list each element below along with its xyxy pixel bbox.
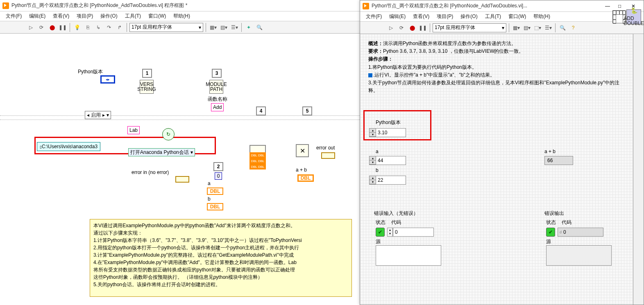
menu-view[interactable]: 查看(V) xyxy=(50,11,73,21)
enable-selector[interactable]: ◂启用▸▾ xyxy=(85,111,111,119)
python-version-label: Python版本 xyxy=(78,68,103,75)
error-out-cluster: 状态代码 ✔ d0 源 xyxy=(546,219,612,266)
fp-scrollbar[interactable] xyxy=(633,34,644,305)
dbl-grid2: DBL DBL xyxy=(249,158,266,164)
fp-toolbar: ▷ ⟳ ⬤ ❚❚ 17pt 应用程序字体▾ ▦▾ ▤▾ ⬚▾ ☰▾ 🔍 ? xyxy=(360,22,644,34)
error-out-terminal[interactable] xyxy=(321,152,335,159)
err-in-led[interactable]: ✔ xyxy=(376,228,385,237)
reorder-button[interactable]: ☰▾ xyxy=(230,23,239,32)
run-button[interactable]: ▷ xyxy=(26,23,35,32)
b-terminal[interactable]: DBL xyxy=(207,203,223,210)
fp-search-button[interactable]: 🔍 xyxy=(558,23,567,32)
app-icon xyxy=(2,2,9,9)
error-in-terminal[interactable] xyxy=(175,176,189,183)
fp-help-button[interactable]: ? xyxy=(569,23,578,32)
seq-2: 2 xyxy=(213,162,223,171)
fp-menubar: 文件(F) 编辑(E) 查看(V) 项目(P) 操作(O) 工具(T) 窗口(W… xyxy=(360,12,644,22)
search-button[interactable]: 🔍 xyxy=(255,23,264,32)
error-in-label: error in (no error) xyxy=(132,169,169,175)
err-out-label: 错误输出 xyxy=(544,210,564,217)
retain-button[interactable]: ⎘ xyxy=(83,23,92,32)
fp-align-button[interactable]: ▦▾ xyxy=(512,23,521,32)
menu-help[interactable]: 帮助(H) xyxy=(170,11,193,21)
pause-button[interactable]: ❚❚ xyxy=(58,23,67,32)
fp-menu-view[interactable]: 查看(V) xyxy=(410,12,433,21)
a-label: a xyxy=(208,181,211,186)
err-in-code[interactable]: 0 xyxy=(393,228,434,237)
vers-string-node[interactable]: VERS STRING xyxy=(140,80,154,94)
err-out-code: d0 xyxy=(558,228,603,237)
step-out-button[interactable]: ↱ xyxy=(115,23,124,32)
fp-font-selector[interactable]: 17pt 应用程序字体▾ xyxy=(433,23,506,32)
menu-tools[interactable]: 工具(T) xyxy=(122,11,144,21)
highlight-button[interactable]: 💡 xyxy=(73,23,82,32)
error-in-cluster[interactable]: 状态代码 ✔ ▴▾0 源 xyxy=(376,219,441,266)
menu-project[interactable]: 项目(P) xyxy=(73,11,96,21)
ab-label: a + b xyxy=(296,167,307,173)
python-version-terminal[interactable]: ◂▸ xyxy=(100,75,115,84)
fp-menu-help[interactable]: 帮助(H) xyxy=(530,12,553,21)
pyver-label: Python版本 xyxy=(376,119,401,126)
step-in-button[interactable]: ↳ xyxy=(94,23,103,32)
zero-constant[interactable]: 0 xyxy=(215,172,222,180)
bd-title: Python节点_两个双精度浮点数之和 [PythonNode_AddTwoDo… xyxy=(11,2,187,9)
vi-icon[interactable]: 🐍 ADD DOUBLE xyxy=(626,9,641,24)
fp-pause-button[interactable]: ❚❚ xyxy=(418,23,427,32)
ab-ind-label: a + b xyxy=(544,149,556,154)
bd-help-text: 本VI通过调用ExamplePythonModule.py中的python函数"… xyxy=(90,219,352,297)
maximize-button[interactable] xyxy=(618,3,624,9)
menu-window[interactable]: 窗口(W) xyxy=(145,11,169,21)
fp-menu-project[interactable]: 项目(P) xyxy=(433,12,456,21)
fp-menu-file[interactable]: 文件(F) xyxy=(363,12,385,21)
lab-constant[interactable]: Lab xyxy=(127,126,140,134)
menu-file[interactable]: 文件(F) xyxy=(2,11,25,21)
fp-menu-tools[interactable]: 工具(T) xyxy=(482,12,504,21)
close-session-node[interactable]: ✕ xyxy=(296,144,309,157)
error-out-label: error out xyxy=(316,145,335,151)
fp-abort-button[interactable]: ⬤ xyxy=(408,23,417,32)
step-over-button[interactable]: ↷ xyxy=(104,23,113,32)
seq-3: 3 xyxy=(212,69,222,78)
menu-edit[interactable]: 编辑(E) xyxy=(26,11,49,21)
dbl-grid: DBL DBL xyxy=(249,164,266,169)
pyver-control[interactable]: ▴▾ 3.10 xyxy=(369,128,406,137)
run-cont-button[interactable]: ⟳ xyxy=(37,23,46,32)
module-path-node[interactable]: MODULE PATH xyxy=(209,80,223,94)
b-ctrl-label: b xyxy=(376,167,379,173)
func-name-value[interactable]: Add xyxy=(211,103,224,111)
open-session-dropdown[interactable]: 打开Anaconda Python会话▾ xyxy=(128,148,195,156)
fp-title: Python节点_两个双精度浮点数之和 [PythonNode_AddTwoDo… xyxy=(372,2,527,9)
fp-run-button[interactable]: ▷ xyxy=(386,23,395,32)
err-out-led: ✔ xyxy=(546,228,555,237)
distribute-button[interactable]: ▤▾ xyxy=(219,23,228,32)
open-session-icon[interactable]: ↻ xyxy=(162,128,175,140)
align-button[interactable]: ▦▾ xyxy=(209,23,218,32)
b-control[interactable]: ▴▾ 22 xyxy=(369,176,406,185)
fp-menu-window[interactable]: 窗口(W) xyxy=(505,12,529,21)
err-in-source[interactable] xyxy=(376,245,441,266)
font-selector[interactable]: 17pt 应用程序字体▾ xyxy=(129,23,203,32)
fp-distribute-button[interactable]: ▤▾ xyxy=(522,23,531,32)
seq-5: 5 xyxy=(302,106,312,115)
fp-menu-edit[interactable]: 编辑(E) xyxy=(386,12,409,21)
anaconda-path[interactable]: ▯C:\Users\lvxis\anaconda3 xyxy=(37,142,100,151)
err-out-source xyxy=(546,245,612,266)
block-diagram-canvas[interactable]: Python版本 ◂▸ 1 VERS STRING 3 MODULE PATH … xyxy=(0,34,360,305)
err-in-label: 错误输入（无错误） xyxy=(374,210,418,217)
cleanup-button[interactable]: ✦ xyxy=(244,23,253,32)
fp-run-cont-button[interactable]: ⟳ xyxy=(397,23,406,32)
ab-terminal[interactable]: DBL xyxy=(297,174,314,182)
minimize-button[interactable] xyxy=(605,3,611,9)
a-control[interactable]: ▴▾ 44 xyxy=(369,156,406,165)
menu-operate[interactable]: 操作(O) xyxy=(97,11,120,21)
fp-reorder-button[interactable]: ☰▾ xyxy=(544,23,553,32)
fp-resize-button[interactable]: ⬚▾ xyxy=(533,23,542,32)
seq-1: 1 xyxy=(142,69,152,78)
a-terminal[interactable]: DBL xyxy=(207,188,223,195)
fp-menu-operate[interactable]: 操作(O) xyxy=(457,12,481,21)
func-name-label: 函数名称 xyxy=(208,96,227,103)
front-panel-canvas[interactable]: 概述：演示调用Python函数并将双精度浮点数作为参数传递的方法。 要求：Pyt… xyxy=(360,34,633,305)
fp-help-text: 概述：演示调用Python函数并将双精度浮点数作为参数传递的方法。 要求：Pyt… xyxy=(368,40,622,95)
fp-titlebar: Python节点_两个双精度浮点数之和 [PythonNode_AddTwoDo… xyxy=(360,0,644,12)
abort-button[interactable]: ⬤ xyxy=(48,23,57,32)
